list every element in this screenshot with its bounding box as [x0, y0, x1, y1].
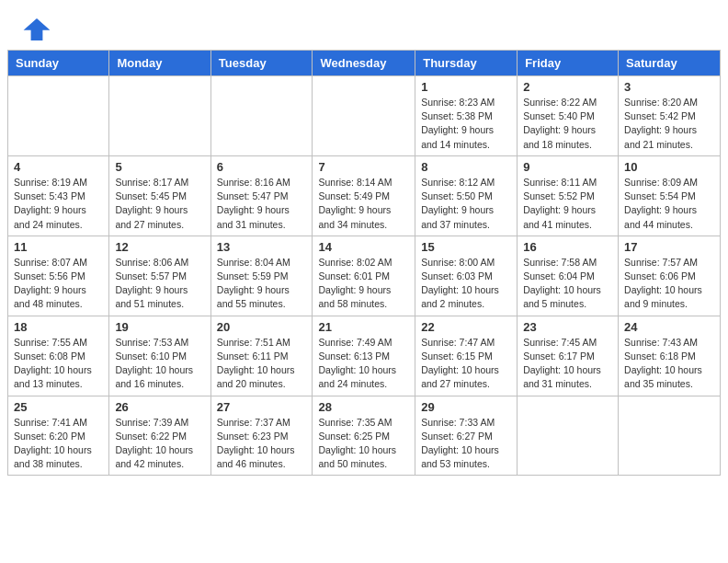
day-number: 12: [115, 240, 204, 254]
day-number: 26: [115, 400, 204, 414]
day-info: Sunrise: 8:07 AM Sunset: 5:56 PM Dayligh…: [14, 256, 103, 312]
calendar-cell: 25Sunrise: 7:41 AM Sunset: 6:20 PM Dayli…: [8, 396, 109, 476]
calendar-week-3: 11Sunrise: 8:07 AM Sunset: 5:56 PM Dayli…: [8, 236, 721, 316]
calendar-cell: 13Sunrise: 8:04 AM Sunset: 5:59 PM Dayli…: [210, 236, 313, 316]
calendar-week-5: 25Sunrise: 7:41 AM Sunset: 6:20 PM Dayli…: [8, 396, 721, 476]
day-number: 4: [14, 160, 103, 174]
weekday-header-wednesday: Wednesday: [313, 51, 415, 76]
calendar-wrapper: SundayMondayTuesdayWednesdayThursdayFrid…: [0, 50, 728, 483]
day-info: Sunrise: 8:11 AM Sunset: 5:52 PM Dayligh…: [523, 176, 612, 232]
day-number: 1: [421, 80, 511, 94]
calendar-week-2: 4Sunrise: 8:19 AM Sunset: 5:43 PM Daylig…: [8, 155, 721, 236]
day-number: 9: [523, 160, 612, 174]
day-info: Sunrise: 7:33 AM Sunset: 6:27 PM Dayligh…: [421, 416, 511, 472]
day-number: 25: [14, 400, 103, 414]
day-info: Sunrise: 8:09 AM Sunset: 5:54 PM Dayligh…: [624, 176, 714, 232]
calendar-cell: [210, 76, 313, 156]
calendar-cell: 6Sunrise: 8:16 AM Sunset: 5:47 PM Daylig…: [210, 155, 313, 236]
day-info: Sunrise: 8:04 AM Sunset: 5:59 PM Dayligh…: [217, 256, 307, 312]
day-number: 14: [318, 240, 409, 254]
day-number: 16: [523, 240, 612, 254]
day-number: 22: [421, 320, 511, 334]
day-number: 2: [523, 80, 612, 94]
day-number: 29: [421, 400, 511, 414]
day-info: Sunrise: 8:14 AM Sunset: 5:49 PM Dayligh…: [318, 176, 409, 232]
calendar-cell: 11Sunrise: 8:07 AM Sunset: 5:56 PM Dayli…: [8, 236, 109, 316]
weekday-header-row: SundayMondayTuesdayWednesdayThursdayFrid…: [8, 51, 721, 76]
generalblue-logo-icon: [22, 17, 51, 42]
calendar-cell: 8Sunrise: 8:12 AM Sunset: 5:50 PM Daylig…: [415, 155, 518, 236]
calendar-cell: [109, 76, 210, 156]
day-number: 13: [217, 240, 307, 254]
calendar-cell: 2Sunrise: 8:22 AM Sunset: 5:40 PM Daylig…: [518, 76, 619, 156]
day-info: Sunrise: 7:57 AM Sunset: 6:06 PM Dayligh…: [624, 256, 714, 312]
calendar-week-4: 18Sunrise: 7:55 AM Sunset: 6:08 PM Dayli…: [8, 316, 721, 396]
day-number: 18: [14, 320, 103, 334]
calendar-cell: [518, 396, 619, 476]
day-number: 15: [421, 240, 511, 254]
calendar-cell: 15Sunrise: 8:00 AM Sunset: 6:03 PM Dayli…: [415, 236, 518, 316]
weekday-header-sunday: Sunday: [8, 51, 109, 76]
day-number: 7: [318, 160, 409, 174]
day-number: 3: [624, 80, 714, 94]
calendar-cell: 22Sunrise: 7:47 AM Sunset: 6:15 PM Dayli…: [415, 316, 518, 396]
calendar-table: SundayMondayTuesdayWednesdayThursdayFrid…: [7, 50, 721, 476]
calendar-cell: 3Sunrise: 8:20 AM Sunset: 5:42 PM Daylig…: [619, 76, 721, 156]
day-info: Sunrise: 7:47 AM Sunset: 6:15 PM Dayligh…: [421, 336, 511, 392]
day-number: 20: [217, 320, 307, 334]
day-number: 17: [624, 240, 714, 254]
calendar-cell: 28Sunrise: 7:35 AM Sunset: 6:25 PM Dayli…: [313, 396, 415, 476]
day-info: Sunrise: 7:35 AM Sunset: 6:25 PM Dayligh…: [318, 416, 409, 472]
calendar-cell: 26Sunrise: 7:39 AM Sunset: 6:22 PM Dayli…: [109, 396, 210, 476]
day-info: Sunrise: 7:49 AM Sunset: 6:13 PM Dayligh…: [318, 336, 409, 392]
day-info: Sunrise: 8:20 AM Sunset: 5:42 PM Dayligh…: [624, 96, 714, 152]
calendar-cell: 17Sunrise: 7:57 AM Sunset: 6:06 PM Dayli…: [619, 236, 721, 316]
day-number: 11: [14, 240, 103, 254]
day-number: 10: [624, 160, 714, 174]
calendar-cell: 9Sunrise: 8:11 AM Sunset: 5:52 PM Daylig…: [518, 155, 619, 236]
day-info: Sunrise: 8:17 AM Sunset: 5:45 PM Dayligh…: [115, 176, 204, 232]
day-info: Sunrise: 7:43 AM Sunset: 6:18 PM Dayligh…: [624, 336, 714, 392]
day-info: Sunrise: 8:06 AM Sunset: 5:57 PM Dayligh…: [115, 256, 204, 312]
weekday-header-friday: Friday: [518, 51, 619, 76]
calendar-cell: 21Sunrise: 7:49 AM Sunset: 6:13 PM Dayli…: [313, 316, 415, 396]
page-header: [0, 0, 728, 50]
day-number: 21: [318, 320, 409, 334]
day-info: Sunrise: 8:22 AM Sunset: 5:40 PM Dayligh…: [523, 96, 612, 152]
calendar-cell: 4Sunrise: 8:19 AM Sunset: 5:43 PM Daylig…: [8, 155, 109, 236]
calendar-cell: 19Sunrise: 7:53 AM Sunset: 6:10 PM Dayli…: [109, 316, 210, 396]
calendar-cell: 18Sunrise: 7:55 AM Sunset: 6:08 PM Dayli…: [8, 316, 109, 396]
day-info: Sunrise: 7:41 AM Sunset: 6:20 PM Dayligh…: [14, 416, 103, 472]
day-info: Sunrise: 7:55 AM Sunset: 6:08 PM Dayligh…: [14, 336, 103, 392]
day-info: Sunrise: 8:23 AM Sunset: 5:38 PM Dayligh…: [421, 96, 511, 152]
weekday-header-thursday: Thursday: [415, 51, 518, 76]
day-number: 8: [421, 160, 511, 174]
calendar-cell: 20Sunrise: 7:51 AM Sunset: 6:11 PM Dayli…: [210, 316, 313, 396]
day-info: Sunrise: 7:45 AM Sunset: 6:17 PM Dayligh…: [523, 336, 612, 392]
day-info: Sunrise: 8:00 AM Sunset: 6:03 PM Dayligh…: [421, 256, 511, 312]
day-number: 19: [115, 320, 204, 334]
day-info: Sunrise: 8:12 AM Sunset: 5:50 PM Dayligh…: [421, 176, 511, 232]
day-info: Sunrise: 7:37 AM Sunset: 6:23 PM Dayligh…: [217, 416, 307, 472]
calendar-cell: 27Sunrise: 7:37 AM Sunset: 6:23 PM Dayli…: [210, 396, 313, 476]
day-info: Sunrise: 7:58 AM Sunset: 6:04 PM Dayligh…: [523, 256, 612, 312]
calendar-cell: [619, 396, 721, 476]
logo: [22, 17, 55, 42]
calendar-cell: 14Sunrise: 8:02 AM Sunset: 6:01 PM Dayli…: [313, 236, 415, 316]
day-info: Sunrise: 8:16 AM Sunset: 5:47 PM Dayligh…: [217, 176, 307, 232]
day-number: 23: [523, 320, 612, 334]
calendar-cell: 5Sunrise: 8:17 AM Sunset: 5:45 PM Daylig…: [109, 155, 210, 236]
calendar-cell: 10Sunrise: 8:09 AM Sunset: 5:54 PM Dayli…: [619, 155, 721, 236]
day-info: Sunrise: 8:02 AM Sunset: 6:01 PM Dayligh…: [318, 256, 409, 312]
calendar-cell: 29Sunrise: 7:33 AM Sunset: 6:27 PM Dayli…: [415, 396, 518, 476]
calendar-cell: 12Sunrise: 8:06 AM Sunset: 5:57 PM Dayli…: [109, 236, 210, 316]
day-number: 24: [624, 320, 714, 334]
day-info: Sunrise: 7:53 AM Sunset: 6:10 PM Dayligh…: [115, 336, 204, 392]
calendar-cell: 23Sunrise: 7:45 AM Sunset: 6:17 PM Dayli…: [518, 316, 619, 396]
day-info: Sunrise: 8:19 AM Sunset: 5:43 PM Dayligh…: [14, 176, 103, 232]
calendar-cell: 24Sunrise: 7:43 AM Sunset: 6:18 PM Dayli…: [619, 316, 721, 396]
calendar-cell: 1Sunrise: 8:23 AM Sunset: 5:38 PM Daylig…: [415, 76, 518, 156]
calendar-cell: 7Sunrise: 8:14 AM Sunset: 5:49 PM Daylig…: [313, 155, 415, 236]
calendar-cell: [8, 76, 109, 156]
day-number: 28: [318, 400, 409, 414]
